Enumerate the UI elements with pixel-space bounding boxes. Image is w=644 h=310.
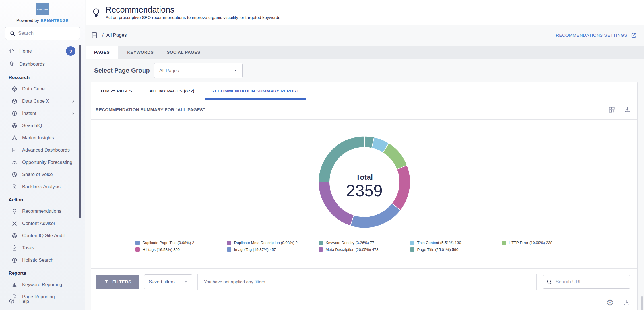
legend-label: Image Tag (19.37%) 457 xyxy=(234,247,276,252)
sidebar-item-searchiq[interactable]: SearchIQ xyxy=(0,119,85,132)
donut-slice-h1-tags[interactable] xyxy=(392,165,410,210)
sidebar-item-label: Recommendations xyxy=(22,208,61,214)
sidebar-item-home[interactable]: Home3 xyxy=(0,44,85,57)
legend-swatch xyxy=(502,241,506,245)
sidebar-item-opportunity-forecasting[interactable]: Opportunity Forecasting xyxy=(0,156,85,168)
sidebar-item-contentiq-site-audit[interactable]: ContentIQ Site Audit xyxy=(0,230,85,242)
legend-item-http-error[interactable]: HTTP Error (10.09%) 238 xyxy=(502,241,593,245)
legend-item-meta-description[interactable]: Meta Description (20.05%) 473 xyxy=(319,247,410,252)
pages-icon[interactable] xyxy=(91,32,98,39)
report-tab-top-25-pages[interactable]: TOP 25 PAGES xyxy=(94,82,139,100)
table-settings-button[interactable]: ⚙ xyxy=(606,299,614,307)
summary-title: RECOMMENDATION SUMMARY FOR "ALL PAGES" xyxy=(96,107,205,112)
legend-item-h1-tags[interactable]: H1 tags (16.53%) 390 xyxy=(135,247,227,252)
sidebar-scrollbar[interactable] xyxy=(79,45,81,218)
sidebar-item-data-cube[interactable]: Data Cube xyxy=(0,83,85,95)
brand-wordmark: BRIGHTEDGE xyxy=(41,18,69,23)
filters-status: You have not applied any filters xyxy=(204,279,265,284)
donut-center-label: Total xyxy=(356,173,373,181)
lightbulb-icon xyxy=(91,7,102,18)
sidebar-item-label: Home xyxy=(19,48,32,54)
sidebar-item-market-insights[interactable]: Market Insights xyxy=(0,132,85,144)
backlinks-icon xyxy=(11,184,18,190)
legend-item-image-tag[interactable]: Image Tag (19.37%) 457 xyxy=(227,247,319,252)
sidebar-item-label: ContentIQ Site Audit xyxy=(22,233,65,238)
cube-icon xyxy=(11,86,18,92)
sidebar-item-tasks[interactable]: Tasks xyxy=(0,242,85,254)
sidebar-item-data-cube-x[interactable]: Data Cube X xyxy=(0,95,85,107)
tab-keywords[interactable]: KEYWORDS xyxy=(127,50,154,55)
legend-label: Duplicate Page Title (0.08%) 2 xyxy=(143,241,194,245)
legend-swatch xyxy=(227,247,231,252)
legend-label: H1 tags (16.53%) 390 xyxy=(143,247,180,252)
download-chart-button[interactable] xyxy=(624,106,631,113)
sidebar: BRIGHTEDGE Powered byBRIGHTEDGE Home3Das… xyxy=(0,0,85,310)
chevron-right-icon xyxy=(71,99,75,104)
page-group-select[interactable]: All Pages xyxy=(154,63,243,78)
sidebar-item-instant[interactable]: Instant xyxy=(0,107,85,119)
search-url-input[interactable] xyxy=(556,279,628,285)
sidebar-item-label: Share of Voice xyxy=(22,172,53,177)
external-link-icon xyxy=(631,32,637,39)
chevron-down-icon xyxy=(183,280,188,284)
sidebar-item-content-advisor[interactable]: Content Advisor xyxy=(0,217,85,230)
legend-swatch xyxy=(319,241,323,245)
chevron-right-icon xyxy=(71,111,75,116)
sidebar-item-advanced-dashboards[interactable]: Advanced Dashboards xyxy=(0,144,85,156)
sidebar-item-share-of-voice[interactable]: Share of Voice xyxy=(0,168,85,181)
legend-swatch xyxy=(319,247,323,252)
content-area: Select Page Group All Pages TOP 25 PAGES… xyxy=(86,59,644,310)
breadcrumb: / All Pages RECOMMENDATIONS SETTINGS xyxy=(86,25,644,46)
sidebar-item-recommendations[interactable]: Recommendations xyxy=(0,205,85,217)
sidebar-item-label: Help xyxy=(19,299,29,304)
main-tabs: PAGESKEYWORDSSOCIAL PAGES xyxy=(86,46,644,59)
legend-label: Meta Description (20.05%) 473 xyxy=(326,247,379,252)
tasks-icon xyxy=(11,245,18,251)
sidebar-item-help[interactable]: Help xyxy=(0,295,85,308)
nav-section-reports: Reports xyxy=(0,266,85,278)
recommendations-settings-link[interactable]: RECOMMENDATIONS SETTINGS xyxy=(556,32,637,39)
sidebar-item-label: Holistic Search xyxy=(22,257,53,263)
donut-slice-http-error[interactable] xyxy=(383,143,407,169)
sidebar-item-label: Market Insights xyxy=(22,135,54,140)
report-tab-all-my-pages-872[interactable]: ALL MY PAGES (872) xyxy=(143,82,201,100)
funnel-icon xyxy=(104,279,109,284)
nav-section-research: Research xyxy=(0,71,85,83)
recommendation-donut-chart[interactable]: Total2359 xyxy=(315,133,414,231)
sidebar-item-dashboards[interactable]: Dashboards xyxy=(0,57,85,71)
search-url-box[interactable] xyxy=(542,275,631,289)
page-header: Recommendations Act on prescriptive SEO … xyxy=(86,0,644,25)
legend-swatch xyxy=(135,247,140,252)
filters-row: FILTERS Saved filters You have not appli… xyxy=(91,268,637,295)
sidebar-item-backlinks-analysis[interactable]: Backlinks Analysis xyxy=(0,181,85,193)
sidebar-item-holistic-search[interactable]: Holistic Search xyxy=(0,254,85,266)
legend-item-duplicate-page-title[interactable]: Duplicate Page Title (0.08%) 2 xyxy=(135,241,227,245)
page-title: Recommendations xyxy=(106,5,280,15)
content-advisor-icon xyxy=(11,220,18,227)
legend-label: Keyword Density (3.26%) 77 xyxy=(326,241,374,245)
legend-item-page-title[interactable]: Page Title (25.01%) 590 xyxy=(410,247,502,252)
report-tab-recommendation-summary-report[interactable]: RECOMMENDATION SUMMARY REPORT xyxy=(205,82,306,100)
legend-label: Page Title (25.01%) 590 xyxy=(417,247,459,252)
sidebar-search-input[interactable] xyxy=(18,30,81,36)
download-icon xyxy=(623,299,631,307)
sidebar-item-keyword-reporting[interactable]: Keyword Reporting xyxy=(0,278,85,291)
powered-by: Powered byBRIGHTEDGE xyxy=(0,18,85,23)
saved-filters-select[interactable]: Saved filters xyxy=(144,274,192,289)
search-icon xyxy=(546,279,552,285)
opportunity-forecasting-icon xyxy=(11,159,18,166)
filters-button[interactable]: FILTERS xyxy=(96,275,139,289)
table-download-button[interactable] xyxy=(623,299,631,307)
page-scrollbar[interactable] xyxy=(641,296,643,310)
donut-slice-image-tag[interactable] xyxy=(350,203,400,228)
help-icon xyxy=(9,298,15,304)
tab-social-pages[interactable]: SOCIAL PAGES xyxy=(167,50,200,55)
share-of-voice-icon xyxy=(11,171,18,178)
add-to-dashboard-button[interactable] xyxy=(608,106,616,113)
breadcrumb-current[interactable]: All Pages xyxy=(106,32,127,38)
sidebar-search[interactable] xyxy=(5,27,80,40)
legend-item-duplicate-meta-description[interactable]: Duplicate Meta Description (0.08%) 2 xyxy=(227,241,319,245)
legend-item-thin-content[interactable]: Thin Content (5.51%) 130 xyxy=(410,241,502,245)
tab-pages[interactable]: PAGES xyxy=(86,46,118,59)
legend-item-keyword-density[interactable]: Keyword Density (3.26%) 77 xyxy=(319,241,410,245)
